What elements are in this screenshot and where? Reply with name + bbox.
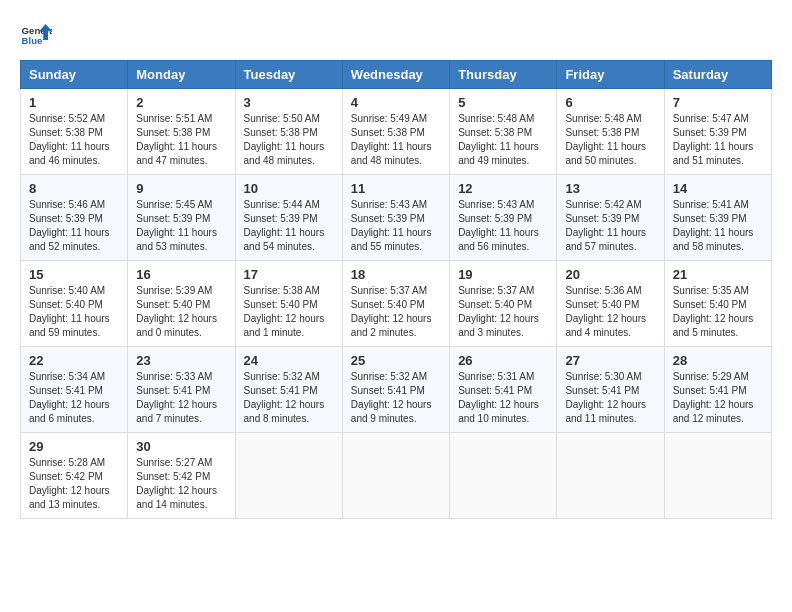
day-number: 11 — [351, 181, 441, 196]
day-info: Sunrise: 5:27 AMSunset: 5:42 PMDaylight:… — [136, 456, 226, 512]
calendar-cell: 27Sunrise: 5:30 AMSunset: 5:41 PMDayligh… — [557, 347, 664, 433]
day-number: 2 — [136, 95, 226, 110]
day-number: 14 — [673, 181, 763, 196]
day-number: 28 — [673, 353, 763, 368]
calendar-cell: 22Sunrise: 5:34 AMSunset: 5:41 PMDayligh… — [21, 347, 128, 433]
day-info: Sunrise: 5:31 AMSunset: 5:41 PMDaylight:… — [458, 370, 548, 426]
column-header-sunday: Sunday — [21, 61, 128, 89]
calendar-cell: 18Sunrise: 5:37 AMSunset: 5:40 PMDayligh… — [342, 261, 449, 347]
column-header-saturday: Saturday — [664, 61, 771, 89]
day-number: 19 — [458, 267, 548, 282]
day-info: Sunrise: 5:38 AMSunset: 5:40 PMDaylight:… — [244, 284, 334, 340]
day-number: 12 — [458, 181, 548, 196]
day-number: 7 — [673, 95, 763, 110]
day-info: Sunrise: 5:30 AMSunset: 5:41 PMDaylight:… — [565, 370, 655, 426]
calendar-cell: 30Sunrise: 5:27 AMSunset: 5:42 PMDayligh… — [128, 433, 235, 519]
calendar-table: SundayMondayTuesdayWednesdayThursdayFrid… — [20, 60, 772, 519]
day-info: Sunrise: 5:48 AMSunset: 5:38 PMDaylight:… — [458, 112, 548, 168]
day-info: Sunrise: 5:36 AMSunset: 5:40 PMDaylight:… — [565, 284, 655, 340]
day-info: Sunrise: 5:41 AMSunset: 5:39 PMDaylight:… — [673, 198, 763, 254]
day-number: 17 — [244, 267, 334, 282]
calendar-cell — [235, 433, 342, 519]
day-number: 10 — [244, 181, 334, 196]
day-number: 13 — [565, 181, 655, 196]
day-info: Sunrise: 5:44 AMSunset: 5:39 PMDaylight:… — [244, 198, 334, 254]
calendar-cell: 23Sunrise: 5:33 AMSunset: 5:41 PMDayligh… — [128, 347, 235, 433]
column-header-friday: Friday — [557, 61, 664, 89]
calendar-cell: 16Sunrise: 5:39 AMSunset: 5:40 PMDayligh… — [128, 261, 235, 347]
calendar-cell: 2Sunrise: 5:51 AMSunset: 5:38 PMDaylight… — [128, 89, 235, 175]
day-info: Sunrise: 5:47 AMSunset: 5:39 PMDaylight:… — [673, 112, 763, 168]
day-info: Sunrise: 5:32 AMSunset: 5:41 PMDaylight:… — [244, 370, 334, 426]
calendar-cell: 8Sunrise: 5:46 AMSunset: 5:39 PMDaylight… — [21, 175, 128, 261]
day-number: 15 — [29, 267, 119, 282]
day-number: 8 — [29, 181, 119, 196]
day-info: Sunrise: 5:37 AMSunset: 5:40 PMDaylight:… — [351, 284, 441, 340]
day-info: Sunrise: 5:39 AMSunset: 5:40 PMDaylight:… — [136, 284, 226, 340]
day-number: 24 — [244, 353, 334, 368]
calendar-cell: 29Sunrise: 5:28 AMSunset: 5:42 PMDayligh… — [21, 433, 128, 519]
calendar-cell: 13Sunrise: 5:42 AMSunset: 5:39 PMDayligh… — [557, 175, 664, 261]
day-info: Sunrise: 5:42 AMSunset: 5:39 PMDaylight:… — [565, 198, 655, 254]
logo: General Blue — [20, 20, 52, 52]
day-number: 30 — [136, 439, 226, 454]
day-number: 6 — [565, 95, 655, 110]
calendar-cell: 12Sunrise: 5:43 AMSunset: 5:39 PMDayligh… — [450, 175, 557, 261]
calendar-cell: 11Sunrise: 5:43 AMSunset: 5:39 PMDayligh… — [342, 175, 449, 261]
day-number: 4 — [351, 95, 441, 110]
day-info: Sunrise: 5:35 AMSunset: 5:40 PMDaylight:… — [673, 284, 763, 340]
calendar-cell: 26Sunrise: 5:31 AMSunset: 5:41 PMDayligh… — [450, 347, 557, 433]
day-info: Sunrise: 5:40 AMSunset: 5:40 PMDaylight:… — [29, 284, 119, 340]
day-number: 16 — [136, 267, 226, 282]
day-number: 27 — [565, 353, 655, 368]
day-info: Sunrise: 5:29 AMSunset: 5:41 PMDaylight:… — [673, 370, 763, 426]
calendar-cell: 21Sunrise: 5:35 AMSunset: 5:40 PMDayligh… — [664, 261, 771, 347]
day-info: Sunrise: 5:34 AMSunset: 5:41 PMDaylight:… — [29, 370, 119, 426]
day-info: Sunrise: 5:52 AMSunset: 5:38 PMDaylight:… — [29, 112, 119, 168]
day-number: 9 — [136, 181, 226, 196]
day-number: 21 — [673, 267, 763, 282]
day-info: Sunrise: 5:51 AMSunset: 5:38 PMDaylight:… — [136, 112, 226, 168]
calendar-cell: 4Sunrise: 5:49 AMSunset: 5:38 PMDaylight… — [342, 89, 449, 175]
day-info: Sunrise: 5:37 AMSunset: 5:40 PMDaylight:… — [458, 284, 548, 340]
calendar-cell: 20Sunrise: 5:36 AMSunset: 5:40 PMDayligh… — [557, 261, 664, 347]
calendar-cell — [450, 433, 557, 519]
day-number: 20 — [565, 267, 655, 282]
column-header-wednesday: Wednesday — [342, 61, 449, 89]
calendar-cell: 14Sunrise: 5:41 AMSunset: 5:39 PMDayligh… — [664, 175, 771, 261]
calendar-cell: 1Sunrise: 5:52 AMSunset: 5:38 PMDaylight… — [21, 89, 128, 175]
day-number: 23 — [136, 353, 226, 368]
day-info: Sunrise: 5:43 AMSunset: 5:39 PMDaylight:… — [351, 198, 441, 254]
day-number: 25 — [351, 353, 441, 368]
calendar-cell: 7Sunrise: 5:47 AMSunset: 5:39 PMDaylight… — [664, 89, 771, 175]
calendar-cell: 25Sunrise: 5:32 AMSunset: 5:41 PMDayligh… — [342, 347, 449, 433]
day-info: Sunrise: 5:49 AMSunset: 5:38 PMDaylight:… — [351, 112, 441, 168]
day-info: Sunrise: 5:46 AMSunset: 5:39 PMDaylight:… — [29, 198, 119, 254]
day-info: Sunrise: 5:28 AMSunset: 5:42 PMDaylight:… — [29, 456, 119, 512]
calendar-cell — [664, 433, 771, 519]
day-number: 3 — [244, 95, 334, 110]
calendar-cell: 10Sunrise: 5:44 AMSunset: 5:39 PMDayligh… — [235, 175, 342, 261]
column-header-tuesday: Tuesday — [235, 61, 342, 89]
logo-icon: General Blue — [20, 20, 52, 52]
day-number: 18 — [351, 267, 441, 282]
day-info: Sunrise: 5:48 AMSunset: 5:38 PMDaylight:… — [565, 112, 655, 168]
calendar-cell: 19Sunrise: 5:37 AMSunset: 5:40 PMDayligh… — [450, 261, 557, 347]
day-number: 29 — [29, 439, 119, 454]
day-number: 22 — [29, 353, 119, 368]
day-number: 26 — [458, 353, 548, 368]
calendar-cell: 9Sunrise: 5:45 AMSunset: 5:39 PMDaylight… — [128, 175, 235, 261]
day-info: Sunrise: 5:43 AMSunset: 5:39 PMDaylight:… — [458, 198, 548, 254]
calendar-cell: 24Sunrise: 5:32 AMSunset: 5:41 PMDayligh… — [235, 347, 342, 433]
day-info: Sunrise: 5:50 AMSunset: 5:38 PMDaylight:… — [244, 112, 334, 168]
calendar-cell: 3Sunrise: 5:50 AMSunset: 5:38 PMDaylight… — [235, 89, 342, 175]
calendar-cell: 5Sunrise: 5:48 AMSunset: 5:38 PMDaylight… — [450, 89, 557, 175]
day-info: Sunrise: 5:45 AMSunset: 5:39 PMDaylight:… — [136, 198, 226, 254]
day-info: Sunrise: 5:33 AMSunset: 5:41 PMDaylight:… — [136, 370, 226, 426]
day-number: 1 — [29, 95, 119, 110]
calendar-cell — [557, 433, 664, 519]
column-header-thursday: Thursday — [450, 61, 557, 89]
calendar-cell: 6Sunrise: 5:48 AMSunset: 5:38 PMDaylight… — [557, 89, 664, 175]
calendar-cell — [342, 433, 449, 519]
day-number: 5 — [458, 95, 548, 110]
